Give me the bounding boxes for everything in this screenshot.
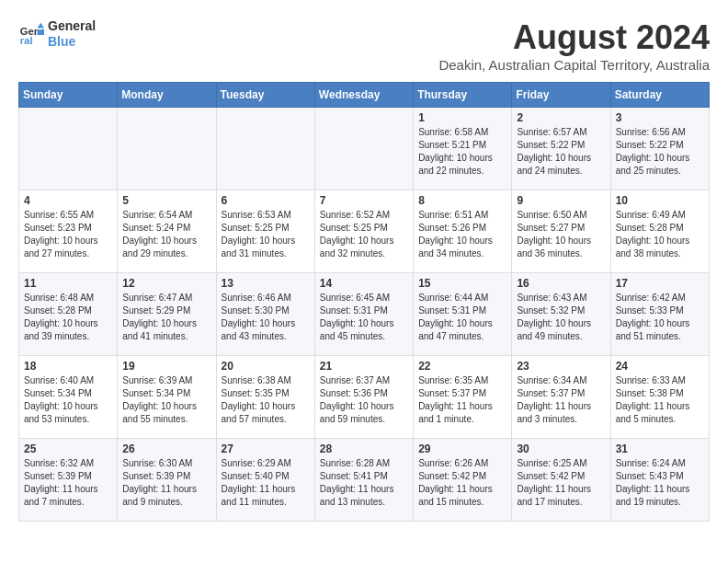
day-number: 10: [616, 194, 704, 207]
day-number: 18: [24, 360, 112, 373]
day-number: 17: [616, 277, 704, 290]
day-number: 28: [320, 442, 408, 455]
day-info: Sunrise: 6:54 AM Sunset: 5:24 PM Dayligh…: [122, 209, 210, 260]
weekday-header: Monday: [118, 83, 216, 108]
calendar-cell: 20Sunrise: 6:38 AM Sunset: 5:35 PM Dayli…: [216, 356, 314, 439]
day-number: 8: [418, 194, 506, 207]
day-info: Sunrise: 6:48 AM Sunset: 5:28 PM Dayligh…: [24, 292, 112, 343]
calendar-week-row: 25Sunrise: 6:32 AM Sunset: 5:39 PM Dayli…: [19, 439, 710, 522]
day-number: 12: [122, 277, 210, 290]
calendar-cell: [314, 108, 413, 190]
calendar-week-row: 18Sunrise: 6:40 AM Sunset: 5:34 PM Dayli…: [19, 356, 710, 439]
day-info: Sunrise: 6:58 AM Sunset: 5:21 PM Dayligh…: [418, 126, 506, 178]
day-number: 22: [418, 360, 506, 373]
day-info: Sunrise: 6:46 AM Sunset: 5:30 PM Dayligh…: [222, 292, 310, 343]
day-info: Sunrise: 6:40 AM Sunset: 5:34 PM Dayligh…: [24, 374, 112, 426]
weekday-header: Friday: [512, 83, 610, 108]
day-number: 3: [616, 111, 704, 124]
day-info: Sunrise: 6:56 AM Sunset: 5:22 PM Dayligh…: [616, 126, 704, 178]
day-number: 29: [418, 442, 506, 455]
day-number: 30: [517, 442, 605, 455]
day-info: Sunrise: 6:51 AM Sunset: 5:26 PM Dayligh…: [418, 209, 506, 260]
day-info: Sunrise: 6:55 AM Sunset: 5:23 PM Dayligh…: [24, 209, 112, 260]
day-info: Sunrise: 6:29 AM Sunset: 5:40 PM Dayligh…: [222, 457, 310, 509]
day-info: Sunrise: 6:47 AM Sunset: 5:29 PM Dayligh…: [122, 292, 210, 343]
calendar-cell: 17Sunrise: 6:42 AM Sunset: 5:33 PM Dayli…: [610, 273, 709, 356]
day-number: 2: [517, 111, 605, 124]
calendar-cell: 1Sunrise: 6:58 AM Sunset: 5:21 PM Daylig…: [414, 108, 512, 190]
day-info: Sunrise: 6:32 AM Sunset: 5:39 PM Dayligh…: [24, 457, 112, 509]
day-number: 21: [320, 360, 408, 373]
calendar-cell: [216, 108, 314, 190]
logo-icon: Gene ral: [18, 21, 44, 47]
svg-text:ral: ral: [20, 35, 33, 46]
day-number: 20: [222, 360, 310, 373]
calendar-cell: 21Sunrise: 6:37 AM Sunset: 5:36 PM Dayli…: [314, 356, 413, 439]
calendar-cell: 12Sunrise: 6:47 AM Sunset: 5:29 PM Dayli…: [118, 273, 216, 356]
day-info: Sunrise: 6:42 AM Sunset: 5:33 PM Dayligh…: [616, 292, 704, 343]
day-info: Sunrise: 6:30 AM Sunset: 5:39 PM Dayligh…: [122, 457, 210, 509]
day-number: 25: [24, 442, 112, 455]
day-info: Sunrise: 6:52 AM Sunset: 5:25 PM Dayligh…: [320, 209, 408, 260]
weekday-header: Sunday: [19, 83, 118, 108]
day-info: Sunrise: 6:28 AM Sunset: 5:41 PM Dayligh…: [320, 457, 408, 509]
weekday-header: Thursday: [414, 83, 512, 108]
calendar-cell: 6Sunrise: 6:53 AM Sunset: 5:25 PM Daylig…: [216, 190, 314, 273]
calendar-week-row: 1Sunrise: 6:58 AM Sunset: 5:21 PM Daylig…: [19, 108, 710, 190]
calendar-cell: [19, 108, 118, 190]
calendar-cell: 31Sunrise: 6:24 AM Sunset: 5:43 PM Dayli…: [610, 439, 709, 522]
calendar-cell: [118, 108, 216, 190]
day-number: 7: [320, 194, 408, 207]
calendar-week-row: 11Sunrise: 6:48 AM Sunset: 5:28 PM Dayli…: [19, 273, 710, 356]
day-number: 19: [122, 360, 210, 373]
calendar-cell: 13Sunrise: 6:46 AM Sunset: 5:30 PM Dayli…: [216, 273, 314, 356]
calendar-cell: 15Sunrise: 6:44 AM Sunset: 5:31 PM Dayli…: [414, 273, 512, 356]
day-info: Sunrise: 6:43 AM Sunset: 5:32 PM Dayligh…: [517, 292, 605, 343]
calendar-table: SundayMondayTuesdayWednesdayThursdayFrid…: [18, 82, 710, 522]
calendar-cell: 2Sunrise: 6:57 AM Sunset: 5:22 PM Daylig…: [512, 108, 610, 190]
weekday-header: Tuesday: [216, 83, 314, 108]
calendar-cell: 8Sunrise: 6:51 AM Sunset: 5:26 PM Daylig…: [414, 190, 512, 273]
day-number: 6: [222, 194, 310, 207]
logo-line2: Blue: [48, 34, 75, 49]
calendar-cell: 29Sunrise: 6:26 AM Sunset: 5:42 PM Dayli…: [414, 439, 512, 522]
calendar-cell: 5Sunrise: 6:54 AM Sunset: 5:24 PM Daylig…: [118, 190, 216, 273]
day-info: Sunrise: 6:49 AM Sunset: 5:28 PM Dayligh…: [616, 209, 704, 260]
subtitle: Deakin, Australian Capital Territory, Au…: [438, 57, 710, 73]
svg-marker-3: [38, 29, 44, 35]
day-info: Sunrise: 6:39 AM Sunset: 5:34 PM Dayligh…: [122, 374, 210, 426]
calendar-cell: 10Sunrise: 6:49 AM Sunset: 5:28 PM Dayli…: [610, 190, 709, 273]
day-info: Sunrise: 6:24 AM Sunset: 5:43 PM Dayligh…: [616, 457, 704, 509]
logo-line1: General: [48, 18, 96, 33]
calendar-cell: 4Sunrise: 6:55 AM Sunset: 5:23 PM Daylig…: [19, 190, 118, 273]
day-number: 1: [418, 111, 506, 124]
day-info: Sunrise: 6:35 AM Sunset: 5:37 PM Dayligh…: [418, 374, 506, 426]
calendar-cell: 11Sunrise: 6:48 AM Sunset: 5:28 PM Dayli…: [19, 273, 118, 356]
calendar-cell: 24Sunrise: 6:33 AM Sunset: 5:38 PM Dayli…: [610, 356, 709, 439]
day-number: 13: [222, 277, 310, 290]
calendar-cell: 18Sunrise: 6:40 AM Sunset: 5:34 PM Dayli…: [19, 356, 118, 439]
calendar-cell: 28Sunrise: 6:28 AM Sunset: 5:41 PM Dayli…: [314, 439, 413, 522]
day-info: Sunrise: 6:26 AM Sunset: 5:42 PM Dayligh…: [418, 457, 506, 509]
day-info: Sunrise: 6:50 AM Sunset: 5:27 PM Dayligh…: [517, 209, 605, 260]
calendar-cell: 7Sunrise: 6:52 AM Sunset: 5:25 PM Daylig…: [314, 190, 413, 273]
day-number: 15: [418, 277, 506, 290]
day-number: 24: [616, 360, 704, 373]
weekday-header: Saturday: [610, 83, 709, 108]
day-number: 31: [616, 442, 704, 455]
day-number: 16: [517, 277, 605, 290]
calendar-cell: 23Sunrise: 6:34 AM Sunset: 5:37 PM Dayli…: [512, 356, 610, 439]
day-info: Sunrise: 6:34 AM Sunset: 5:37 PM Dayligh…: [517, 374, 605, 426]
day-number: 23: [517, 360, 605, 373]
day-number: 5: [122, 194, 210, 207]
day-info: Sunrise: 6:45 AM Sunset: 5:31 PM Dayligh…: [320, 292, 408, 343]
calendar-cell: 27Sunrise: 6:29 AM Sunset: 5:40 PM Dayli…: [216, 439, 314, 522]
calendar-cell: 3Sunrise: 6:56 AM Sunset: 5:22 PM Daylig…: [610, 108, 709, 190]
title-area: August 2024 Deakin, Australian Capital T…: [438, 18, 710, 73]
calendar-cell: 16Sunrise: 6:43 AM Sunset: 5:32 PM Dayli…: [512, 273, 610, 356]
main-title: August 2024: [438, 18, 710, 57]
logo: Gene ral General Blue: [18, 18, 96, 50]
calendar-cell: 19Sunrise: 6:39 AM Sunset: 5:34 PM Dayli…: [118, 356, 216, 439]
header: Gene ral General Blue August 2024 Deakin…: [18, 18, 710, 73]
calendar-cell: 14Sunrise: 6:45 AM Sunset: 5:31 PM Dayli…: [314, 273, 413, 356]
